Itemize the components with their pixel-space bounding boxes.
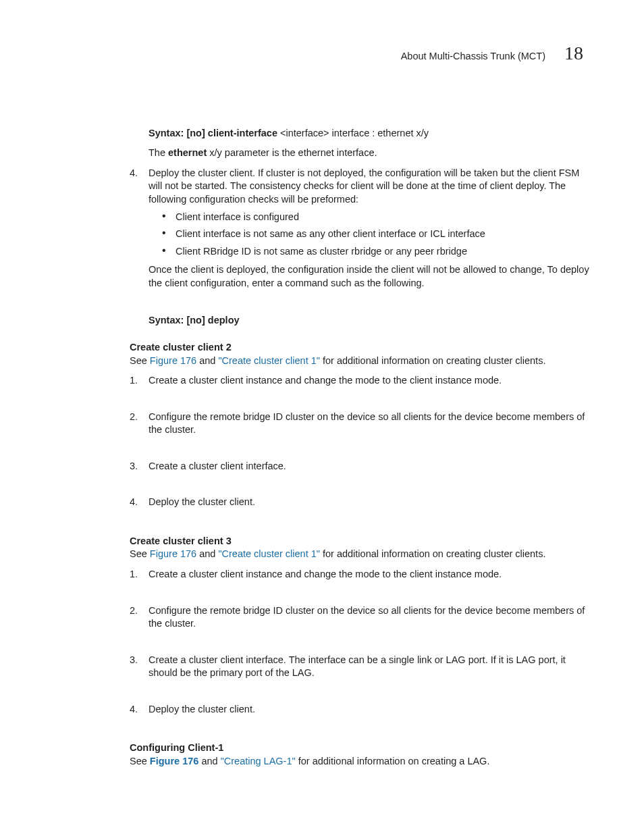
list-number: 2.: [130, 604, 149, 631]
page-header: About Multi-Chassis Trunk (MCT) 18: [54, 41, 590, 66]
step4-text: Deploy the cluster client. If cluster is…: [149, 167, 590, 207]
syntax-cmd: [no] deploy: [186, 315, 239, 325]
list-body: Configure the remote bridge ID cluster o…: [149, 411, 590, 437]
list-item: 4. Deploy the cluster client. If cluster…: [130, 167, 590, 290]
figure-176-link[interactable]: Figure 176: [150, 355, 196, 366]
ccc3-see-line: See Figure 176 and "Create cluster clien…: [130, 548, 590, 561]
list-body: Create a cluster client interface. The i…: [149, 654, 590, 680]
syntax-deploy: Syntax: [no] deploy: [149, 314, 590, 328]
list-body: Create a cluster client instance and cha…: [149, 374, 590, 388]
configuring-client-1: Configuring Client-1 See Figure 176 and …: [130, 741, 590, 768]
figure-176-link[interactable]: Figure 176: [150, 548, 196, 559]
text-fragment: See: [130, 355, 150, 366]
bullet-text: Client interface is configured: [176, 211, 299, 224]
create-cluster-client-1-link[interactable]: "Create cluster client 1": [218, 355, 320, 366]
bullet-icon: •: [162, 245, 176, 259]
text-fragment: and: [198, 756, 220, 766]
list-body: Deploy the cluster client. If cluster is…: [149, 167, 590, 290]
page: About Multi-Chassis Trunk (MCT) 18 Synta…: [0, 0, 644, 834]
figure-176-link[interactable]: Figure 176: [150, 756, 199, 766]
syntax-client-interface: Syntax: [no] client-interface <interface…: [149, 127, 590, 140]
list-number: 3.: [130, 460, 149, 473]
text-fragment: and: [196, 548, 218, 559]
ccc3-steps: 1.Create a cluster client instance and c…: [130, 568, 590, 716]
ccc2-heading: Create cluster client 2: [130, 341, 590, 355]
bullet-text: Client RBridge ID is not same as cluster…: [176, 245, 467, 259]
list-item: 4.Deploy the cluster client.: [130, 703, 590, 716]
bullet-item: •Client interface is not same as any oth…: [162, 228, 590, 241]
list-number: 4.: [130, 167, 149, 290]
bullet-icon: •: [162, 228, 176, 241]
list-body: Create a cluster client instance and cha…: [149, 568, 590, 581]
list-item: 2.Configure the remote bridge ID cluster…: [130, 604, 590, 631]
syntax-cmd: [no] client-interface: [186, 128, 280, 138]
text-fragment: for additional information on creating a…: [296, 756, 490, 766]
list-number: 2.: [130, 411, 149, 437]
text-fragment: for additional information on creating c…: [320, 355, 545, 366]
step4-after: Once the client is deployed, the configu…: [149, 263, 590, 290]
list-number: 3.: [130, 654, 149, 680]
list-body: Deploy the cluster client.: [149, 496, 590, 509]
creating-lag-1-link[interactable]: "Creating LAG-1": [221, 756, 296, 766]
list-body: Configure the remote bridge ID cluster o…: [149, 604, 590, 631]
create-cluster-client-1-link[interactable]: "Create cluster client 1": [218, 548, 320, 559]
text-fragment: x/y parameter is the ethernet interface.: [207, 147, 377, 158]
step-4-block: 4. Deploy the cluster client. If cluster…: [130, 167, 590, 290]
ccc3-heading: Create cluster client 3: [130, 535, 590, 548]
create-cluster-client-2: Create cluster client 2 See Figure 176 a…: [130, 341, 590, 509]
create-cluster-client-3: Create cluster client 3 See Figure 176 a…: [130, 535, 590, 716]
cfg1-see-line: See Figure 176 and "Creating LAG-1" for …: [130, 755, 590, 768]
text-fragment: and: [196, 355, 218, 366]
list-body: Deploy the cluster client.: [149, 703, 590, 716]
list-number: 4.: [130, 703, 149, 716]
text-fragment: The: [149, 147, 168, 158]
ccc2-steps: 1.Create a cluster client instance and c…: [130, 374, 590, 509]
cfg1-heading: Configuring Client-1: [130, 741, 590, 755]
bullet-icon: •: [162, 211, 176, 224]
bullet-item: •Client interface is configured: [162, 211, 590, 224]
content-body: Syntax: [no] client-interface <interface…: [149, 127, 590, 768]
text-fragment: for additional information on creating c…: [320, 548, 545, 559]
list-item: 2.Configure the remote bridge ID cluster…: [130, 411, 590, 437]
list-item: 1.Create a cluster client instance and c…: [130, 568, 590, 581]
step4-bullets: •Client interface is configured •Client …: [162, 211, 590, 259]
syntax-label: Syntax:: [149, 128, 186, 138]
syntax-label: Syntax:: [149, 315, 186, 325]
text-fragment: See: [130, 548, 150, 559]
ethernet-keyword: ethernet: [168, 147, 207, 158]
chapter-number: 18: [564, 41, 583, 66]
list-number: 1.: [130, 568, 149, 581]
text-fragment: See: [130, 756, 150, 766]
list-item: 3.Create a cluster client interface. The…: [130, 654, 590, 680]
list-item: 3.Create a cluster client interface.: [130, 460, 590, 473]
ethernet-param-para: The ethernet x/y parameter is the ethern…: [149, 147, 590, 160]
list-body: Create a cluster client interface.: [149, 460, 590, 473]
syntax-rest: <interface> interface : ethernet x/y: [280, 128, 429, 138]
list-number: 4.: [130, 496, 149, 509]
bullet-text: Client interface is not same as any othe…: [176, 228, 485, 241]
header-title: About Multi-Chassis Trunk (MCT): [401, 50, 545, 63]
ccc2-see-line: See Figure 176 and "Create cluster clien…: [130, 355, 590, 368]
bullet-item: •Client RBridge ID is not same as cluste…: [162, 245, 590, 259]
list-number: 1.: [130, 374, 149, 388]
list-item: 4.Deploy the cluster client.: [130, 496, 590, 509]
list-item: 1.Create a cluster client instance and c…: [130, 374, 590, 388]
